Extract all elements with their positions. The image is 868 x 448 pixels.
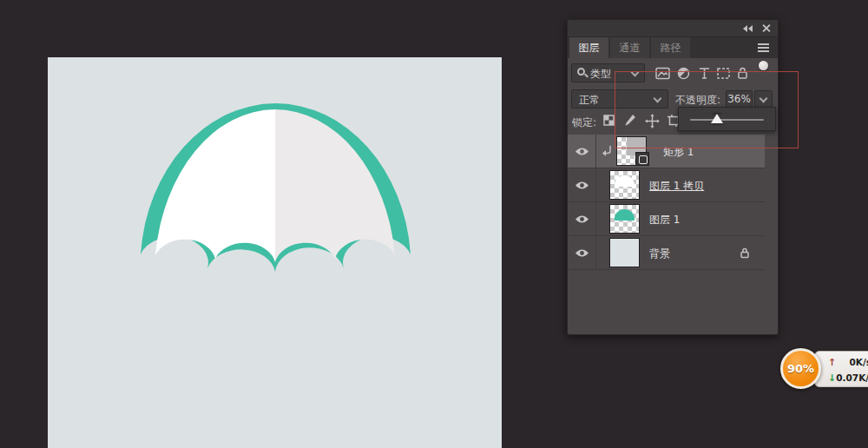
panel-tabs: 图层 通道 路径 [568,37,778,58]
blend-mode-value: 正常 [579,93,600,108]
download-speed-row: ↓ 0.07K/s [828,370,868,385]
visibility-cell[interactable] [568,168,596,201]
filter-type-layers-icon[interactable] [697,67,712,80]
chevron-down-icon [654,95,662,103]
memory-percent-badge[interactable]: 90% [780,348,821,389]
layer-name[interactable]: 矩形 1 [663,145,694,160]
layer-name[interactable]: 图层 1 [649,213,680,227]
layer-name[interactable]: 图层 1 拷贝 [649,179,704,194]
opacity-slider-track[interactable] [690,119,764,121]
layers-panel: 图层 通道 路径 类型 正常 不透明度: 36% 锁定: [567,19,779,335]
search-icon [577,68,585,76]
document-canvas[interactable] [48,57,502,448]
opacity-dropdown-button[interactable] [754,90,773,108]
filter-type-label: 类型 [590,67,611,82]
upload-arrow-icon: ↑ [828,357,836,368]
layer-row-layer-1-copy[interactable]: 图层 1 拷贝 [568,168,765,202]
panel-menu-icon[interactable] [758,43,769,51]
layer-row-rectangle-1[interactable]: 矩形 1 [568,135,765,168]
layer-thumbnail[interactable] [609,170,640,200]
tab-layers[interactable]: 图层 [569,37,608,58]
clipping-mask-arrow-icon [602,145,613,158]
chevron-down-icon [760,95,768,103]
filter-pixel-layers-icon[interactable] [655,67,670,80]
eye-icon [575,147,589,156]
lock-transparency-icon[interactable] [602,114,615,127]
panel-titlebar [568,20,778,37]
filter-type-dropdown[interactable]: 类型 [571,63,645,82]
net-speed-panel[interactable]: ↑ 0K/s ↓ 0.07K/s [814,351,868,387]
lock-label: 锁定: [572,115,596,130]
eye-icon [575,181,589,190]
visibility-cell[interactable] [568,236,596,269]
layer-row-background[interactable]: 背景 [568,236,765,270]
chevron-down-icon [631,69,640,77]
layer-name[interactable]: 背景 [649,247,670,261]
tab-paths[interactable]: 路径 [651,37,690,58]
opacity-value: 36% [727,93,751,105]
eye-icon [575,248,589,258]
layer-thumbnail[interactable] [609,238,640,267]
layer-thumbnail[interactable] [609,204,640,234]
lock-image-icon[interactable] [623,114,636,127]
eye-icon [575,214,589,224]
vector-mask-thumbnail[interactable] [635,152,649,166]
lock-position-icon[interactable] [645,114,660,128]
upload-speed-value: 0K/s [849,357,868,367]
visibility-cell[interactable] [568,202,596,235]
opacity-slider-thumb[interactable] [711,113,723,123]
opacity-label: 不透明度: [675,93,720,108]
collapse-panel-icon[interactable] [743,24,753,33]
filter-adjustment-layers-icon[interactable] [676,67,691,80]
filter-shape-layers-icon[interactable] [716,67,731,80]
opacity-slider-popup [678,107,776,131]
upload-speed-row: ↑ 0K/s [828,354,868,370]
umbrella-artwork [48,57,502,448]
tab-channels[interactable]: 通道 [610,37,649,58]
close-panel-icon[interactable] [761,23,771,33]
download-arrow-icon: ↓ [828,372,836,384]
badge-percent: 90% [787,362,814,375]
white-umbrella-preview [615,175,635,187]
filter-smart-objects-icon[interactable] [735,67,750,80]
download-speed-value: 0.07K/s [836,372,868,383]
opacity-value-field[interactable]: 36% [726,90,753,108]
blend-mode-dropdown[interactable]: 正常 [571,89,668,109]
layer-row-layer-1[interactable]: 图层 1 [568,202,765,236]
filter-toggle-icon[interactable] [759,61,768,70]
layer-lock-icon [740,247,750,259]
teal-umbrella-preview [615,209,635,221]
layer-list: 矩形 1 图层 1 拷贝 [568,135,778,270]
visibility-cell[interactable] [568,135,596,168]
